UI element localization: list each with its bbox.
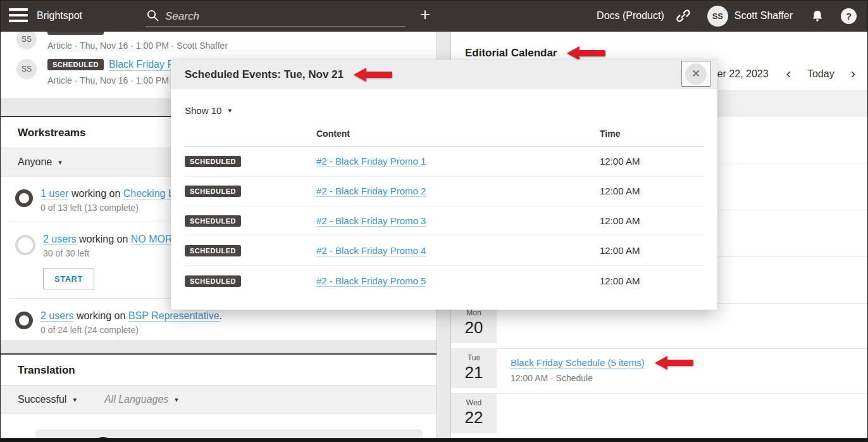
notifications-bell-icon[interactable]	[810, 9, 824, 23]
chevron-down-icon: ▾	[73, 396, 77, 404]
status-badge: SCHEDULED	[47, 59, 104, 70]
user-avatar[interactable]: SS	[707, 6, 728, 27]
chevron-down-icon: ▾	[228, 106, 232, 115]
progress-ring	[15, 235, 35, 255]
docs-product-link[interactable]: Docs (Product)	[597, 10, 664, 22]
content-link[interactable]: #2 - Black Friday Promo 5	[316, 275, 426, 287]
modal-title: Scheduled Events: Tue, Nov 21	[185, 68, 344, 81]
status-badge: SCHEDULED	[47, 32, 104, 35]
calendar-title: Editorial Calendar	[465, 47, 557, 60]
table-row: SCHEDULED #2 - Black Friday Promo 2 12:0…	[185, 177, 704, 206]
search-icon	[147, 9, 159, 22]
scheduled-events-modal: Scheduled Events: Tue, Nov 21 ✕ Show 10 …	[171, 60, 717, 310]
status-badge: SCHEDULED	[185, 275, 241, 287]
translation-status-dropdown[interactable]: Successful ▾	[18, 394, 77, 405]
modal-header: Scheduled Events: Tue, Nov 21 ✕	[171, 60, 717, 89]
app-brand: Brightspot	[37, 10, 82, 22]
column-header-time: Time	[600, 129, 704, 139]
status-badge: SCHEDULED	[185, 245, 241, 256]
content-link[interactable]: #2 - Black Friday Promo 1	[316, 156, 426, 167]
day-cell: Mon 20	[451, 304, 497, 343]
calendar-row-wed-22: Wed 22	[451, 394, 868, 439]
table-row: SCHEDULED #2 - Black Friday Promo 4 12:0…	[185, 236, 704, 266]
content-link[interactable]: #2 - Black Friday Promo 3	[316, 215, 426, 227]
progress-ring	[15, 312, 33, 329]
help-icon[interactable]: ?	[841, 8, 857, 24]
workstreams-filter-dropdown[interactable]: Anyone ▾	[18, 156, 62, 168]
status-badge: SCHEDULED	[185, 215, 241, 227]
topbar-right-group: Docs (Product) SS Scott Shaffer ?	[597, 0, 857, 32]
list-item: SS SCHEDULED Article · Thu, Nov 16 · 1:0…	[0, 32, 437, 51]
event-time: 12:00 AM	[600, 275, 640, 286]
users-link[interactable]: 2 users	[43, 234, 76, 245]
workstream-progress: 0 of 13 left (13 complete)	[40, 203, 174, 213]
search-box[interactable]	[146, 6, 405, 27]
hamburger-menu-icon[interactable]	[9, 8, 28, 23]
avatar: SS	[16, 59, 37, 79]
create-content-button[interactable]: +	[420, 5, 430, 25]
calendar-event-link[interactable]: Black Friday Schedule (5 items)	[511, 357, 645, 369]
content-link[interactable]: #2 - Black Friday Promo 2	[316, 186, 426, 197]
start-button[interactable]: START	[43, 268, 94, 289]
workstream-progress: 0 of 24 left (24 complete)	[40, 325, 222, 335]
event-time: 12:00 AM	[600, 156, 640, 167]
translation-language-dropdown[interactable]: All Languages ▾	[104, 394, 178, 405]
day-cell: Tue 21	[451, 349, 497, 388]
progress-ring	[15, 189, 33, 207]
table-header: Content Time	[185, 129, 704, 147]
chevron-right-icon[interactable]: ›	[848, 69, 858, 79]
users-link[interactable]: 1 user	[40, 188, 68, 199]
day-cell: Wed 22	[451, 394, 497, 433]
event-time: 12:00 AM	[600, 186, 640, 196]
table-row: SCHEDULED #2 - Black Friday Promo 3 12:0…	[185, 206, 704, 236]
close-icon: ✕	[685, 63, 707, 85]
link-icon[interactable]	[676, 8, 691, 23]
chevron-left-icon[interactable]: ‹	[784, 69, 793, 79]
section-gap	[0, 340, 437, 353]
chevron-down-icon: ▾	[58, 158, 62, 167]
window-bottom-edge	[0, 438, 868, 442]
annotation-arrow	[655, 356, 694, 370]
calendar-event-meta: 12:00 AM · Schedule	[511, 373, 868, 383]
event-time: 12:00 AM	[600, 215, 640, 226]
item-meta: Article · Thu, Nov 16 · 1:00 PM · Scott …	[47, 41, 228, 51]
status-badge: SCHEDULED	[185, 156, 241, 167]
today-button[interactable]: Today	[807, 68, 834, 80]
workstream-link[interactable]: BSP Representative	[128, 310, 220, 322]
event-time: 12:00 AM	[600, 245, 640, 256]
close-button[interactable]: ✕	[681, 61, 710, 87]
content-link[interactable]: #2 - Black Friday Promo 4	[316, 245, 426, 256]
show-count-dropdown[interactable]: Show 10 ▾	[185, 89, 254, 129]
table-row: SCHEDULED #2 - Black Friday Promo 1 12:0…	[185, 147, 704, 177]
table-row: SCHEDULED #2 - Black Friday Promo 5 12:0…	[185, 266, 704, 296]
search-input[interactable]	[165, 10, 380, 23]
column-header-content: Content	[316, 129, 600, 139]
workstream-link[interactable]: Checking b	[123, 188, 174, 199]
translation-widget: Translation Successful ▾ All Languages ▾	[0, 353, 437, 442]
annotation-arrow	[354, 68, 393, 82]
user-name[interactable]: Scott Shaffer	[735, 10, 793, 22]
calendar-row-tue-21: Tue 21 Black Friday Schedule (5 items) 1…	[451, 349, 868, 394]
status-badge: SCHEDULED	[185, 186, 241, 197]
workstream-progress: 30 of 30 left	[43, 248, 179, 258]
calendar-row-mon-20: Mon 20	[451, 304, 868, 349]
chevron-down-icon: ▾	[175, 396, 178, 404]
users-link[interactable]: 2 users	[40, 310, 73, 322]
avatar: SS	[16, 32, 37, 49]
annotation-arrow	[567, 46, 606, 60]
top-nav-bar: Brightspot + Docs (Product) SS Scott Sha…	[0, 0, 868, 32]
translation-heading: Translation	[0, 355, 437, 386]
